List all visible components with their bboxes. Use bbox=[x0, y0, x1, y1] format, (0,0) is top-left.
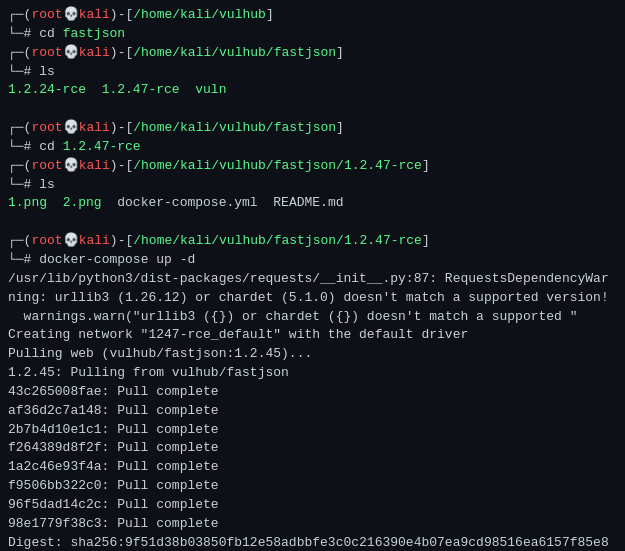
prompt-host-1: kali bbox=[79, 7, 110, 22]
docker-pull-6: f9506bb322c0: Pull complete bbox=[8, 477, 617, 496]
cmd-arg-1: fastjson bbox=[63, 26, 125, 41]
bracket-open-1: ┌─( bbox=[8, 7, 31, 22]
skull-icon-2: 💀 bbox=[63, 45, 79, 60]
command-line-3: ┌─(root💀kali)-[/home/kali/vulhub/fastjso… bbox=[8, 119, 617, 138]
prompt-user-3: root bbox=[31, 120, 62, 135]
prompt-host-5: kali bbox=[79, 233, 110, 248]
prompt-path-2: /home/kali/vulhub/fastjson bbox=[133, 45, 336, 60]
bracket-open-5: ┌─( bbox=[8, 233, 31, 248]
bracket-mid-3: )-[ bbox=[110, 120, 133, 135]
command-hash-5: └─# docker-compose up -d bbox=[8, 251, 617, 270]
cmd-5: docker-compose up bbox=[31, 252, 179, 267]
bracket-close-4: ] bbox=[422, 158, 430, 173]
command-line-2: ┌─(root💀kali)-[/home/kali/vulhub/fastjso… bbox=[8, 44, 617, 63]
ls-rce-item-4: README.md bbox=[273, 195, 343, 210]
blank-1 bbox=[8, 100, 617, 119]
ls-output-rce: 1.png 2.png docker-compose.yml README.md bbox=[8, 194, 617, 213]
command-hash-3: └─# cd 1.2.47-rce bbox=[8, 138, 617, 157]
bracket-close-5: ] bbox=[422, 233, 430, 248]
prompt-path-3: /home/kali/vulhub/fastjson bbox=[133, 120, 336, 135]
blank-2 bbox=[8, 213, 617, 232]
bracket-close-3: ] bbox=[336, 120, 344, 135]
command-hash-4: └─# ls bbox=[8, 176, 617, 195]
ls-rce-item-3: docker-compose.yml bbox=[117, 195, 257, 210]
ls-item-2: 1.2.47-rce bbox=[102, 82, 180, 97]
cmd-4: ls bbox=[31, 177, 54, 192]
bracket-open-2: ┌─( bbox=[8, 45, 31, 60]
ls-item-3: vuln bbox=[195, 82, 226, 97]
prompt-user-4: root bbox=[31, 158, 62, 173]
command-hash-2: └─# ls bbox=[8, 63, 617, 82]
skull-icon-3: 💀 bbox=[63, 120, 79, 135]
docker-network: Creating network "1247-rce_default" with… bbox=[8, 326, 617, 345]
bracket-open-3: ┌─( bbox=[8, 120, 31, 135]
ls-sep-2 bbox=[180, 82, 196, 97]
skull-icon-5: 💀 bbox=[63, 233, 79, 248]
docker-digest: Digest: sha256:9f51d38b03850fb12e58adbbf… bbox=[8, 534, 617, 551]
cmd-3: cd bbox=[31, 139, 62, 154]
terminal: ┌─(root💀kali)-[/home/kali/vulhub] └─# cd… bbox=[0, 0, 625, 551]
prompt-host-4: kali bbox=[79, 158, 110, 173]
cmd-flag-5: -d bbox=[180, 252, 196, 267]
bracket-mid-5: )-[ bbox=[110, 233, 133, 248]
command-line-5: ┌─(root💀kali)-[/home/kali/vulhub/fastjso… bbox=[8, 232, 617, 251]
docker-warn-2: ning: urllib3 (1.26.12) or chardet (5.1.… bbox=[8, 289, 617, 308]
ls-rce-item-2: 2.png bbox=[63, 195, 102, 210]
hash-prefix-1: └─ bbox=[8, 26, 24, 41]
bracket-mid-2: )-[ bbox=[110, 45, 133, 60]
cmd-2: ls bbox=[31, 64, 54, 79]
ls-output-fastjson: 1.2.24-rce 1.2.47-rce vuln bbox=[8, 81, 617, 100]
hash-prefix-5: └─ bbox=[8, 252, 24, 267]
docker-warn-3: warnings.warn("urllib3 ({}) or chardet (… bbox=[8, 308, 617, 327]
docker-pull-7: 96f5dad14c2c: Pull complete bbox=[8, 496, 617, 515]
hash-prefix-4: └─ bbox=[8, 177, 24, 192]
docker-pull-8: 98e1779f38c3: Pull complete bbox=[8, 515, 617, 534]
prompt-host-3: kali bbox=[79, 120, 110, 135]
prompt-path-4: /home/kali/vulhub/fastjson/1.2.47-rce bbox=[133, 158, 422, 173]
prompt-user-5: root bbox=[31, 233, 62, 248]
docker-pull-4: f264389d8f2f: Pull complete bbox=[8, 439, 617, 458]
hash-prefix-2: └─ bbox=[8, 64, 24, 79]
bracket-close-1: ] bbox=[266, 7, 274, 22]
ls-rce-item-1: 1.png bbox=[8, 195, 47, 210]
prompt-user-1: root bbox=[31, 7, 62, 22]
ls-rce-sep-1 bbox=[47, 195, 63, 210]
docker-pull-2: af36d2c7a148: Pull complete bbox=[8, 402, 617, 421]
command-line-1: ┌─(root💀kali)-[/home/kali/vulhub] bbox=[8, 6, 617, 25]
docker-pulling: Pulling web (vulhub/fastjson:1.2.45)... bbox=[8, 345, 617, 364]
skull-icon-4: 💀 bbox=[63, 158, 79, 173]
cmd-1: cd bbox=[31, 26, 62, 41]
bracket-close-2: ] bbox=[336, 45, 344, 60]
prompt-path-1: /home/kali/vulhub bbox=[133, 7, 266, 22]
command-line-4: ┌─(root💀kali)-[/home/kali/vulhub/fastjso… bbox=[8, 157, 617, 176]
hash-prefix-3: └─ bbox=[8, 139, 24, 154]
docker-pull-3: 2b7b4d10e1c1: Pull complete bbox=[8, 421, 617, 440]
docker-warn-1: /usr/lib/python3/dist-packages/requests/… bbox=[8, 270, 617, 289]
bracket-open-4: ┌─( bbox=[8, 158, 31, 173]
prompt-user-2: root bbox=[31, 45, 62, 60]
docker-tag: 1.2.45: Pulling from vulhub/fastjson bbox=[8, 364, 617, 383]
ls-item-1: 1.2.24-rce bbox=[8, 82, 86, 97]
bracket-mid-4: )-[ bbox=[110, 158, 133, 173]
ls-rce-sep-2 bbox=[102, 195, 118, 210]
cmd-arg-3: 1.2.47-rce bbox=[63, 139, 141, 154]
ls-sep-1 bbox=[86, 82, 102, 97]
bracket-mid-1: )-[ bbox=[110, 7, 133, 22]
ls-rce-sep-3 bbox=[258, 195, 274, 210]
prompt-path-5: /home/kali/vulhub/fastjson/1.2.47-rce bbox=[133, 233, 422, 248]
docker-pull-1: 43c265008fae: Pull complete bbox=[8, 383, 617, 402]
command-hash-1: └─# cd fastjson bbox=[8, 25, 617, 44]
docker-pull-5: 1a2c46e93f4a: Pull complete bbox=[8, 458, 617, 477]
prompt-host-2: kali bbox=[79, 45, 110, 60]
skull-icon-1: 💀 bbox=[63, 7, 79, 22]
